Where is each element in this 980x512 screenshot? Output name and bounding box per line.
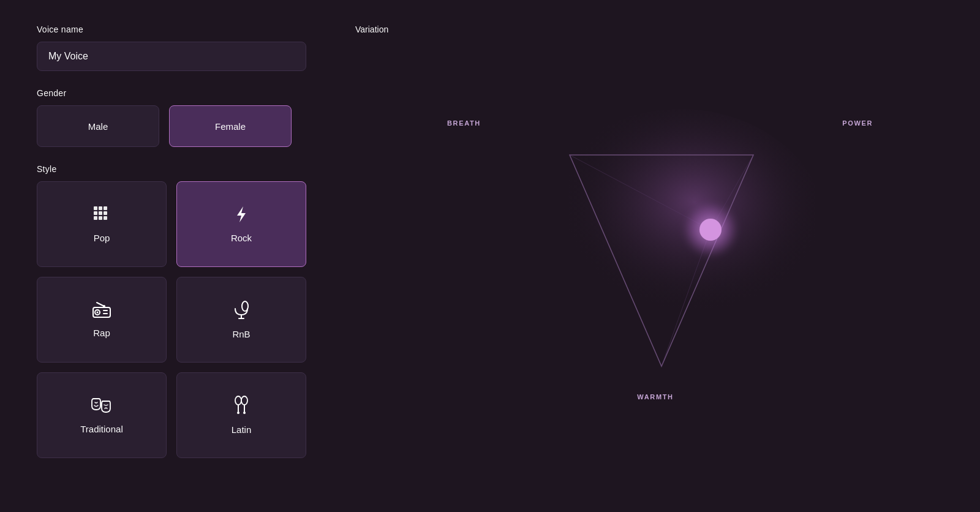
triangle-container[interactable]: BREATH POWER WARMTH [331,0,980,512]
svg-line-15 [97,303,104,306]
svg-rect-5 [104,211,107,215]
rock-label: Rock [231,233,252,243]
gender-label: Gender [37,88,294,98]
svg-rect-13 [103,313,108,314]
gender-section: Gender Male Female [37,88,294,147]
voice-name-section: Voice name [37,24,294,71]
gender-female-button[interactable]: Female [169,105,292,147]
svg-marker-9 [237,206,246,222]
svg-point-16 [103,305,105,307]
power-label: POWER [842,119,873,127]
right-panel: Variation BREATH POWER WARMTH [331,0,980,512]
svg-point-25 [243,412,246,414]
style-label: Style [37,164,294,174]
svg-rect-2 [104,206,107,210]
rap-label: Rap [93,328,110,338]
variation-triangle[interactable] [496,109,815,403]
style-rnb-button[interactable]: RnB [176,277,306,363]
gender-buttons: Male Female [37,105,294,147]
rnb-icon [233,300,250,323]
traditional-icon [91,396,113,418]
pop-icon [92,205,111,227]
traditional-label: Traditional [80,424,123,434]
pop-label: Pop [94,233,110,243]
svg-point-23 [241,396,247,405]
svg-point-14 [97,312,99,314]
variation-dot[interactable] [699,219,722,241]
style-traditional-button[interactable]: Traditional [37,372,167,458]
svg-rect-10 [93,307,110,317]
warmth-label: WARMTH [637,393,673,401]
style-rock-button[interactable]: Rock [176,181,306,267]
breath-label: BREATH [447,119,481,127]
svg-rect-6 [94,216,97,220]
svg-rect-1 [99,206,102,210]
latin-label: Latin [232,424,252,435]
svg-point-26 [533,109,815,354]
svg-point-20 [235,396,241,405]
style-rap-button[interactable]: Rap [37,277,167,363]
rap-icon [92,301,111,322]
svg-point-22 [237,412,239,414]
style-latin-button[interactable]: Latin [176,372,306,458]
rock-icon [233,205,250,227]
svg-rect-8 [104,216,107,220]
svg-rect-0 [94,206,97,210]
gender-male-button[interactable]: Male [37,105,159,147]
svg-rect-12 [103,310,108,311]
voice-name-input[interactable] [37,42,306,71]
style-grid: Pop Rock [37,181,306,458]
left-panel: Voice name Gender Male Female Style [0,0,331,512]
style-pop-button[interactable]: Pop [37,181,167,267]
svg-rect-7 [99,216,102,220]
latin-icon [232,396,251,418]
svg-rect-3 [94,211,97,215]
style-section: Style Pop [37,164,294,458]
rnb-label: RnB [232,329,250,339]
svg-rect-4 [99,211,102,215]
voice-name-label: Voice name [37,24,294,34]
